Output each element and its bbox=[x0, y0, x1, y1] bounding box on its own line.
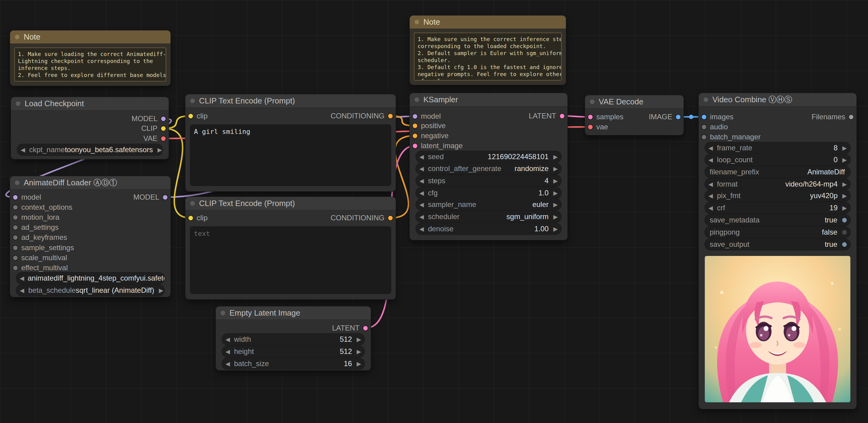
load-checkpoint-node[interactable]: Load Checkpoint MODEL CLIP VAE ◀ ckpt_na… bbox=[11, 97, 169, 159]
decrement-arrow-icon[interactable]: ◀ bbox=[708, 192, 716, 199]
collapse-dot[interactable] bbox=[704, 97, 708, 102]
save-metadata-toggle[interactable]: save_metadata true bbox=[705, 214, 850, 226]
port-dot[interactable] bbox=[702, 125, 706, 129]
decrement-arrow-icon[interactable]: ◀ bbox=[225, 348, 233, 355]
conditioning-port-dot[interactable] bbox=[388, 114, 393, 118]
model-port-dot[interactable] bbox=[13, 195, 18, 200]
latent-port-dot[interactable] bbox=[363, 326, 368, 331]
port-dot[interactable] bbox=[13, 256, 18, 260]
node-title-bar[interactable]: CLIP Text Encode (Prompt) bbox=[185, 197, 396, 210]
video-combine-node[interactable]: Video Combine ⓋⒽⓈ images audio batch_man… bbox=[699, 93, 857, 409]
ckpt-name-widget[interactable]: ◀ ckpt_name toonyou_beta6.safetensors ▶ bbox=[17, 144, 163, 156]
latent-output-port[interactable]: LATENT bbox=[529, 111, 564, 121]
motion-lora-input-port[interactable]: motion_lora bbox=[13, 213, 59, 222]
decrement-arrow-icon[interactable]: ◀ bbox=[225, 360, 233, 367]
increment-arrow-icon[interactable]: ▶ bbox=[354, 360, 361, 367]
format-widget[interactable]: ◀ format video/h264-mp4 ▶ bbox=[705, 178, 850, 190]
node-title-bar[interactable]: Note bbox=[10, 30, 170, 44]
increment-arrow-icon[interactable]: ▶ bbox=[550, 225, 558, 232]
clip-port-dot[interactable] bbox=[188, 114, 193, 118]
collapse-dot[interactable] bbox=[221, 311, 225, 315]
filenames-output-port[interactable]: Filenames bbox=[811, 112, 854, 122]
node-title-bar[interactable]: CLIP Text Encode (Prompt) bbox=[185, 94, 396, 108]
note-text[interactable]: 1. Make sure loading the correct Animate… bbox=[14, 48, 166, 82]
toggle-knob[interactable] bbox=[842, 230, 847, 235]
clip-input-port[interactable]: clip bbox=[188, 213, 208, 223]
port-dot[interactable] bbox=[702, 135, 706, 139]
clip-text-encode-positive-node[interactable]: CLIP Text Encode (Prompt) clip CONDITION… bbox=[185, 94, 396, 191]
node-title-bar[interactable]: Video Combine ⓋⒽⓈ bbox=[699, 93, 857, 107]
clip-port-dot[interactable] bbox=[161, 126, 166, 131]
toggle-knob[interactable] bbox=[842, 242, 847, 247]
increment-arrow-icon[interactable]: ▶ bbox=[839, 192, 847, 199]
cfg-widget[interactable]: ◀ cfg 1.0 ▶ bbox=[416, 187, 561, 199]
node-title-bar[interactable]: Empty Latent Image bbox=[216, 306, 371, 320]
prompt-textarea[interactable]: A girl smiling bbox=[190, 125, 391, 186]
images-input-port[interactable]: images bbox=[702, 112, 733, 122]
image-output-port[interactable]: IMAGE bbox=[649, 112, 680, 122]
decrement-arrow-icon[interactable]: ◀ bbox=[708, 181, 716, 188]
node-title-bar[interactable]: Note bbox=[410, 16, 566, 29]
conditioning-output-port[interactable]: CONDITIONING bbox=[331, 111, 393, 121]
frame-rate-widget[interactable]: ◀ frame_rate 8 ▶ bbox=[705, 142, 850, 154]
increment-arrow-icon[interactable]: ▶ bbox=[550, 190, 558, 197]
model-port-dot[interactable] bbox=[413, 114, 417, 119]
increment-arrow-icon[interactable]: ▶ bbox=[155, 146, 162, 153]
decrement-arrow-icon[interactable]: ◀ bbox=[420, 177, 427, 185]
model-input-port[interactable]: model bbox=[13, 192, 41, 202]
batch-size-widget[interactable]: ◀ batch_size 16 ▶ bbox=[222, 358, 365, 369]
image-port-dot[interactable] bbox=[702, 115, 706, 119]
filenames-port-dot[interactable] bbox=[849, 115, 854, 119]
decrement-arrow-icon[interactable]: ◀ bbox=[420, 165, 427, 172]
node-title-bar[interactable]: VAE Decode bbox=[585, 95, 684, 109]
scheduler-widget[interactable]: ◀ scheduler sgm_uniform ▶ bbox=[416, 211, 561, 222]
clip-port-dot[interactable] bbox=[188, 216, 193, 220]
increment-arrow-icon[interactable]: ▶ bbox=[354, 336, 361, 343]
loop-count-widget[interactable]: ◀ loop_count 0 ▶ bbox=[705, 154, 850, 166]
port-dot[interactable] bbox=[13, 235, 18, 240]
motion-model-widget[interactable]: ◀ animatediff_lightning_4step_comfyui.sa… bbox=[16, 272, 164, 284]
collapse-dot[interactable] bbox=[15, 180, 20, 185]
decrement-arrow-icon[interactable]: ◀ bbox=[708, 145, 716, 151]
port-dot[interactable] bbox=[13, 246, 18, 250]
sampler-name-widget[interactable]: ◀ sampler_name euler ▶ bbox=[416, 199, 561, 210]
decrement-arrow-icon[interactable]: ◀ bbox=[420, 201, 427, 208]
sample-settings-input-port[interactable]: sample_settings bbox=[13, 243, 74, 253]
model-output-port[interactable]: MODEL bbox=[132, 114, 166, 123]
audio-input-port[interactable]: audio bbox=[702, 122, 728, 132]
latent-port-dot[interactable] bbox=[588, 115, 593, 119]
vae-input-port[interactable]: vae bbox=[588, 122, 608, 132]
prompt-textarea[interactable]: text bbox=[190, 227, 391, 294]
latent-port-dot[interactable] bbox=[560, 114, 564, 118]
save-output-toggle[interactable]: save_output true bbox=[705, 238, 850, 250]
decrement-arrow-icon[interactable]: ◀ bbox=[21, 146, 28, 153]
clip-output-port[interactable]: CLIP bbox=[141, 123, 166, 133]
increment-arrow-icon[interactable]: ▶ bbox=[839, 181, 847, 188]
ksampler-node[interactable]: KSampler model positive negative latent_… bbox=[410, 93, 567, 240]
context-options-input-port[interactable]: context_options bbox=[13, 202, 72, 212]
model-port-dot[interactable] bbox=[163, 195, 167, 200]
vae-output-port[interactable]: VAE bbox=[144, 134, 166, 143]
crf-widget[interactable]: ◀ crf 19 ▶ bbox=[705, 202, 850, 214]
collapse-dot[interactable] bbox=[414, 20, 419, 24]
beta-schedule-widget[interactable]: ◀ beta_schedule sqrt_linear (AnimateDiff… bbox=[16, 285, 164, 296]
control-after-generate-widget[interactable]: ◀ control_after_generate randomize ▶ bbox=[416, 163, 561, 174]
effect-multival-input-port[interactable]: effect_multival bbox=[13, 263, 68, 273]
conditioning-port-dot[interactable] bbox=[388, 216, 393, 220]
collapse-dot[interactable] bbox=[190, 201, 195, 206]
decrement-arrow-icon[interactable]: ◀ bbox=[708, 157, 716, 163]
positive-input-port[interactable]: positive bbox=[413, 121, 445, 131]
denoise-widget[interactable]: ◀ denoise 1.00 ▶ bbox=[416, 223, 561, 235]
decrement-arrow-icon[interactable]: ◀ bbox=[20, 287, 27, 294]
latent-image-input-port[interactable]: latent_image bbox=[413, 141, 463, 151]
conditioning-port-dot[interactable] bbox=[413, 123, 417, 128]
conditioning-output-port[interactable]: CONDITIONING bbox=[331, 213, 393, 223]
port-dot[interactable] bbox=[13, 225, 18, 230]
pingpong-toggle[interactable]: pingpong false bbox=[705, 226, 850, 238]
increment-arrow-icon[interactable]: ▶ bbox=[839, 145, 847, 151]
increment-arrow-icon[interactable]: ▶ bbox=[550, 165, 558, 172]
batch-manager-input-port[interactable]: batch_manager bbox=[702, 132, 761, 142]
empty-latent-image-node[interactable]: Empty Latent Image LATENT ◀ width 512 ▶ … bbox=[216, 306, 371, 370]
port-dot[interactable] bbox=[13, 215, 18, 220]
increment-arrow-icon[interactable]: ▶ bbox=[550, 213, 558, 220]
